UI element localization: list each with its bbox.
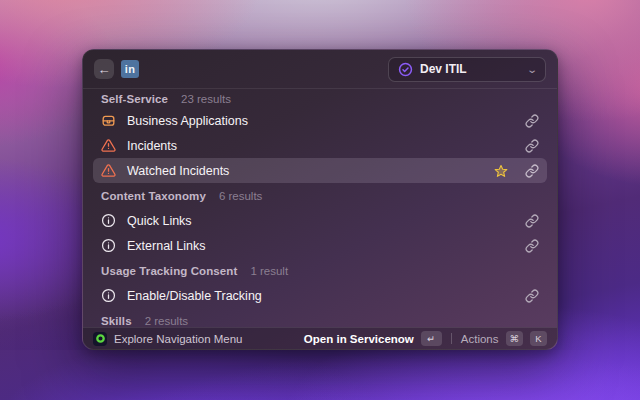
list-item-business-applications[interactable]: Business Applications — [93, 108, 547, 133]
palette-footer: Explore Navigation Menu Open in Servicen… — [83, 327, 557, 349]
section-header-content-taxonomy: Content Taxonomy 6 results — [93, 183, 547, 208]
item-label: Enable/Disable Tracking — [127, 289, 508, 303]
warning-triangle-icon — [101, 163, 116, 178]
linkedin-app-icon: in — [121, 60, 139, 78]
star-icon — [494, 164, 508, 178]
section-header-usage-tracking: Usage Tracking Consent 1 result — [93, 258, 547, 283]
item-label: Watched Incidents — [127, 164, 477, 178]
back-button[interactable]: ← — [94, 59, 114, 79]
list-item-enable-disable-tracking[interactable]: Enable/Disable Tracking — [93, 283, 547, 308]
link-icon — [525, 289, 539, 303]
return-key-badge: ↵ — [421, 331, 442, 346]
results-list: Self-Service 23 results Business Applica… — [83, 89, 557, 333]
list-item-external-links[interactable]: External Links — [93, 233, 547, 258]
command-palette-window: ← in Dev ITIL ⌄ Self-Service 23 results — [82, 49, 558, 350]
list-item-incidents[interactable]: Incidents — [93, 133, 547, 158]
workspace-dropdown[interactable]: Dev ITIL ⌄ — [388, 57, 546, 82]
warning-triangle-icon — [101, 138, 116, 153]
info-icon — [101, 213, 116, 228]
section-header-self-service: Self-Service 23 results — [93, 89, 547, 108]
chevron-down-icon: ⌄ — [526, 64, 538, 75]
section-count: 2 results — [145, 315, 188, 327]
workspace-label: Dev ITIL — [420, 62, 521, 76]
check-circle-icon — [398, 62, 413, 77]
link-icon — [525, 114, 539, 128]
section-title: Content Taxonomy — [101, 190, 206, 202]
section-count: 6 results — [219, 190, 262, 202]
list-item-watched-incidents[interactable]: Watched Incidents — [93, 158, 547, 183]
open-in-servicenow-button[interactable]: Open in Servicenow — [304, 333, 414, 345]
palette-header: ← in Dev ITIL ⌄ — [83, 50, 557, 89]
back-arrow-icon: ← — [98, 62, 111, 77]
link-icon — [525, 239, 539, 253]
link-icon — [525, 164, 539, 178]
section-title: Self-Service — [101, 93, 168, 105]
command-key-badge: ⌘ — [506, 331, 524, 346]
item-label: Business Applications — [127, 114, 508, 128]
section-title: Usage Tracking Consent — [101, 265, 237, 277]
item-label: External Links — [127, 239, 508, 253]
link-icon — [525, 214, 539, 228]
actions-button[interactable]: Actions — [461, 333, 499, 345]
link-icon — [525, 139, 539, 153]
item-label: Incidents — [127, 139, 508, 153]
k-key-badge: K — [530, 331, 547, 346]
info-icon — [101, 238, 116, 253]
info-icon — [101, 288, 116, 303]
section-count: 1 result — [250, 265, 288, 277]
footer-divider — [451, 333, 452, 344]
servicenow-logo-icon — [93, 332, 107, 346]
briefcase-icon — [101, 113, 116, 128]
section-title: Skills — [101, 315, 132, 327]
footer-source-label: Explore Navigation Menu — [114, 333, 243, 345]
list-item-quick-links[interactable]: Quick Links — [93, 208, 547, 233]
item-label: Quick Links — [127, 214, 508, 228]
section-count: 23 results — [181, 93, 231, 105]
